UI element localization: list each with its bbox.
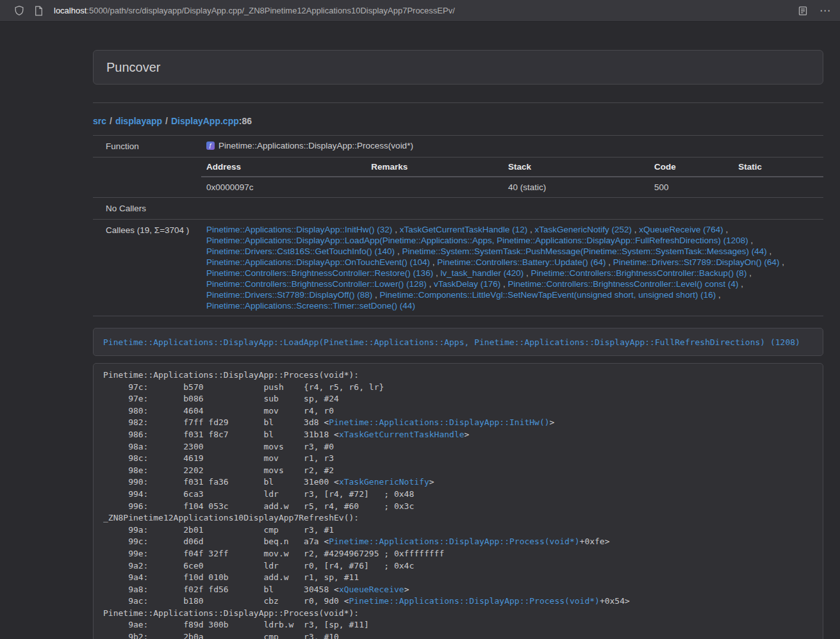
callee-separator: , [716, 290, 721, 300]
stats-row: Address Remarks Stack Code Static 0x0000… [93, 158, 823, 198]
callee-link[interactable]: xTaskGenericNotify (252) [535, 225, 632, 234]
breadcrumb-link-src[interactable]: src [93, 116, 106, 126]
callee-separator: , [372, 290, 379, 300]
stats-header-address: Address [201, 158, 366, 177]
callee-link[interactable]: Pinetime::Controllers::BrightnessControl… [531, 268, 747, 278]
breadcrumb-separator: / [165, 116, 168, 126]
callee-link[interactable]: Pinetime::Controllers::BrightnessControl… [206, 268, 433, 278]
url-bar[interactable]: localhost:5000/path/src/displayapp/Displ… [54, 6, 798, 15]
stats-header-static: Static [733, 158, 823, 177]
callee-link[interactable]: Pinetime::Applications::Screens::Timer::… [206, 301, 415, 311]
callee-link[interactable]: Pinetime::Controllers::Battery::Update()… [437, 257, 605, 267]
callee-separator: , [746, 268, 752, 278]
function-signature: Pinetime::Applications::DisplayApp::Proc… [218, 140, 413, 151]
stats-header-stack: Stack [503, 158, 649, 177]
symbol-highlight-panel: Pinetime::Applications::DisplayApp::Load… [93, 328, 823, 356]
callee-link[interactable]: Pinetime::Applications::DisplayApp::Init… [206, 225, 392, 234]
browser-chrome: localhost:5000/path/src/displayapp/Displ… [0, 0, 840, 22]
callee-separator: , [739, 279, 744, 289]
callee-separator: , [433, 268, 440, 278]
code-symbol-link[interactable]: xTaskGenericNotify [339, 477, 429, 487]
callee-link[interactable]: Pinetime::Controllers::BrightnessControl… [206, 279, 427, 289]
function-row: Function ƒ Pinetime::Applications::Displ… [93, 136, 823, 158]
callee-separator: , [523, 268, 531, 278]
callee-separator: , [392, 225, 399, 234]
breadcrumb-line-number: :86 [239, 116, 252, 126]
function-row-label: Function [93, 136, 201, 158]
content-divider [93, 102, 823, 103]
callee-link[interactable]: Pinetime::Drivers::Cst816S::GetTouchInfo… [206, 247, 395, 256]
code-symbol-link[interactable]: xTaskGetCurrentTaskHandle [339, 430, 465, 439]
code-block: Pinetime::Applications::DisplayApp::Proc… [103, 369, 813, 639]
page-title: Puncover [106, 60, 161, 74]
url-host: localhost [54, 6, 86, 15]
callee-separator: , [606, 257, 613, 267]
callee-separator: , [779, 257, 784, 267]
callee-separator: , [632, 225, 639, 234]
no-callers-label: No Callers [93, 198, 201, 220]
callee-link[interactable]: Pinetime::Controllers::BrightnessControl… [507, 279, 738, 289]
stats-remarks-value [366, 177, 503, 197]
page-icon[interactable] [35, 6, 43, 16]
callee-link[interactable]: xQueueReceive (764) [639, 225, 723, 234]
code-panel: Pinetime::Applications::DisplayApp::Proc… [93, 363, 823, 639]
function-icon: ƒ [206, 142, 215, 150]
callee-separator: , [723, 225, 729, 234]
callers-row: No Callers [93, 198, 823, 220]
callee-link[interactable]: Pinetime::Applications::DisplayApp::Load… [206, 236, 748, 245]
stats-address-value: 0x0000097c [201, 177, 366, 197]
callee-link[interactable]: xTaskGetCurrentTaskHandle (12) [400, 225, 528, 234]
callee-link[interactable]: Pinetime::Drivers::St7789::DisplayOn() (… [613, 257, 780, 267]
callee-separator: , [527, 225, 534, 234]
callees-list: Pinetime::Applications::DisplayApp::Init… [201, 220, 823, 316]
stats-header-remarks: Remarks [366, 158, 503, 177]
code-symbol-link[interactable]: Pinetime::Applications::DisplayApp::Proc… [349, 596, 600, 606]
overflow-menu-icon[interactable]: ⋯ [819, 5, 831, 16]
stats-static-value [733, 177, 823, 197]
code-symbol-link[interactable]: Pinetime::Applications::DisplayApp::Init… [329, 417, 549, 427]
shield-icon[interactable] [14, 5, 24, 16]
callee-link[interactable]: Pinetime::System::SystemTask::PushMessag… [402, 247, 766, 256]
callees-label: Callees (19, Σ=3704 ) [93, 220, 201, 316]
page-title-panel: Puncover [93, 50, 823, 85]
code-symbol-link[interactable]: Pinetime::Applications::DisplayApp::Proc… [329, 537, 579, 546]
breadcrumb-separator: / [110, 116, 112, 126]
breadcrumb-link-file[interactable]: DisplayApp.cpp [171, 116, 239, 126]
url-path: :5000/path/src/displayapp/DisplayApp.cpp… [86, 6, 455, 15]
stats-header-code: Code [649, 158, 733, 177]
reader-view-icon[interactable] [798, 6, 808, 16]
callee-link[interactable]: Pinetime::Drivers::St7789::DisplayOff() … [206, 290, 372, 300]
stats-code-value: 500 [649, 177, 733, 197]
code-symbol-link[interactable]: xQueueReceive [339, 585, 404, 594]
callee-separator: , [427, 279, 434, 289]
callee-separator: , [430, 257, 437, 267]
main-container: Puncover src/displayapp/DisplayApp.cpp:8… [93, 50, 823, 639]
breadcrumb-link-displayapp[interactable]: displayapp [115, 116, 162, 126]
callee-link[interactable]: lv_task_handler (420) [440, 268, 523, 278]
callee-link[interactable]: Pinetime::Components::LittleVgl::SetNewT… [380, 290, 716, 300]
callee-link[interactable]: vTaskDelay (176) [434, 279, 500, 289]
callee-separator: , [767, 247, 772, 256]
callee-separator: , [748, 236, 754, 245]
breadcrumb: src/displayapp/DisplayApp.cpp:86 [93, 117, 823, 126]
callee-separator: , [395, 247, 402, 256]
callee-link[interactable]: Pinetime::Applications::DisplayApp::OnTo… [206, 257, 430, 267]
callee-separator: , [500, 279, 507, 289]
stats-stack-value: 40 (static) [503, 177, 649, 197]
symbol-table: Function ƒ Pinetime::Applications::Displ… [93, 135, 823, 316]
callees-row: Callees (19, Σ=3704 ) Pinetime::Applicat… [93, 220, 823, 316]
symbol-highlight-link[interactable]: Pinetime::Applications::DisplayApp::Load… [103, 337, 800, 347]
stats-table: Address Remarks Stack Code Static 0x0000… [201, 158, 823, 197]
